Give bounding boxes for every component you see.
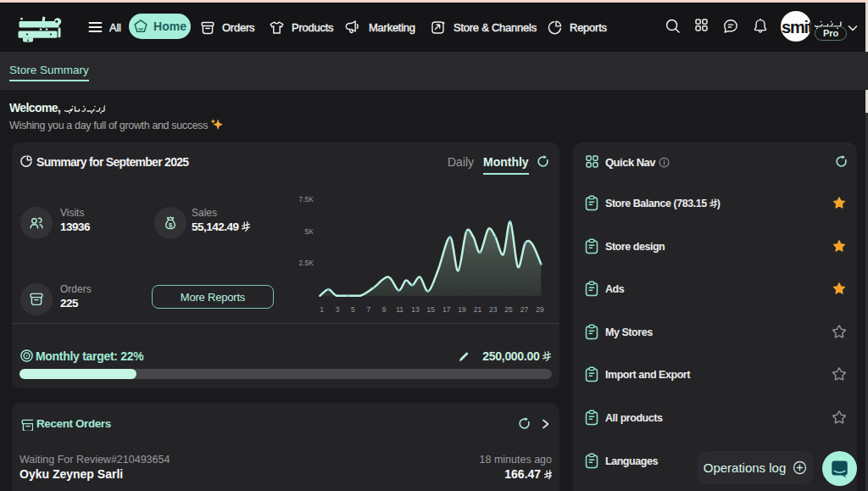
svg-text:13: 13 [411,305,420,314]
svg-text:5: 5 [351,305,355,314]
svg-text:9: 9 [382,305,387,314]
svg-text:2.5K: 2.5K [299,259,314,267]
svg-text:15: 15 [427,305,436,314]
svg-text:21: 21 [474,305,482,314]
svg-text:7: 7 [366,305,370,314]
svg-text:1: 1 [320,305,324,314]
svg-text:11: 11 [396,305,403,314]
svg-text:7.5K: 7.5K [299,195,314,204]
svg-text:23: 23 [489,305,498,314]
svg-text:5K: 5K [305,227,314,236]
svg-text:27: 27 [520,305,529,314]
svg-text:$: $ [169,221,173,229]
svg-text:19: 19 [458,305,466,314]
svg-text:3: 3 [336,305,340,314]
svg-text:17: 17 [442,305,451,314]
svg-text:29: 29 [536,305,544,314]
svg-text:25: 25 [504,305,513,314]
